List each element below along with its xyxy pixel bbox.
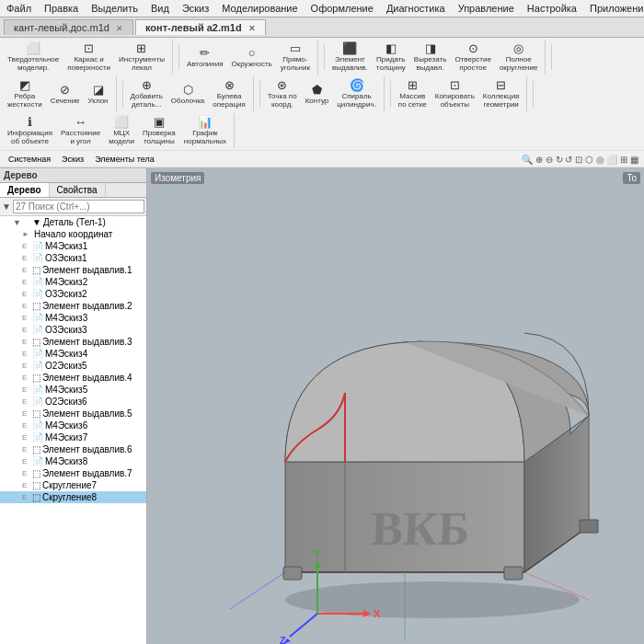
- tree-item[interactable]: E📄М4Эскиз5: [0, 384, 146, 396]
- draft-btn[interactable]: ◪ Уклон: [85, 81, 112, 108]
- grid-pattern-icon: ⊞: [408, 79, 418, 91]
- solid-modeling-btn[interactable]: ⬜ Твердотельноемоделир.: [4, 40, 63, 75]
- panel-tab-props[interactable]: Свойства: [50, 183, 106, 197]
- toolbar-group-ops: ◩ Ребражесткости ⊘ Сечение ◪ Уклон: [4, 76, 117, 111]
- tree-item[interactable]: E⬚Элемент выдавлив.4: [0, 372, 146, 384]
- boolean-icon: ⊗: [224, 79, 235, 91]
- shell-btn[interactable]: ⬡ Оболочка: [167, 81, 208, 108]
- tree-item[interactable]: E📄О2Эскиз6: [0, 396, 146, 408]
- tree-item[interactable]: E⬚Элемент выдавлив.6: [0, 443, 146, 455]
- contour-btn[interactable]: ⬟ Контур: [302, 81, 333, 108]
- draft-icon: ◪: [93, 84, 104, 96]
- view-body-btn[interactable]: Элементы тела: [90, 153, 159, 166]
- tree-item[interactable]: E⬚Скругление7: [0, 479, 146, 491]
- tab-2[interactable]: конт-левый а2.m1d ✕: [135, 19, 266, 35]
- toolbar-group-info: ℹ Информацияоб объекте ↔ Расстояниеи уго…: [4, 113, 235, 148]
- autoline-btn[interactable]: ✏ Автолиния: [183, 44, 227, 71]
- tree-item[interactable]: E📄М4Эскиз4: [0, 348, 146, 360]
- tree-item[interactable]: E⬚Скругление8: [0, 491, 146, 503]
- sep-2: [324, 44, 325, 70]
- menu-view[interactable]: Вид: [148, 2, 172, 15]
- menu-sketch[interactable]: Эскиз: [179, 2, 212, 15]
- toolbar-row-2: Системная Эскиз Элементы тела 🔍 ⊕ ⊖ ↻ ↺ …: [0, 151, 644, 167]
- tools-icon: ⊞: [136, 42, 146, 54]
- fillet-icon: ◎: [513, 42, 523, 54]
- menu-settings[interactable]: Настройка: [524, 2, 580, 15]
- menu-format[interactable]: Оформление: [308, 2, 376, 15]
- tree-item[interactable]: E⬚Элемент выдавлив.1: [0, 264, 146, 276]
- toolbar-group-pattern: ⊞ Массивпо сетке ⊡ Копироватьобъекты ⊟ К…: [395, 76, 528, 111]
- svg-line-9: [290, 614, 317, 637]
- tree-item[interactable]: E📄М4Эскиз1: [0, 240, 146, 252]
- copy-obj-icon: ⊡: [450, 79, 460, 91]
- 3d-viewport[interactable]: Изометрия To: [147, 168, 644, 644]
- tree-item[interactable]: E⬚Элемент выдавлив.3: [0, 336, 146, 348]
- tab-1[interactable]: кант-левый.дос.m1d ✕: [4, 19, 133, 35]
- tree-item[interactable]: E📄О2Эскиз5: [0, 360, 146, 372]
- cut-extrude-icon: ◨: [425, 42, 436, 54]
- tree-item[interactable]: E📄М4Эскиз3: [0, 312, 146, 324]
- rib-btn[interactable]: ◩ Ребражесткости: [4, 76, 46, 111]
- obj-info-icon: ℹ: [28, 116, 32, 128]
- mini-toolbar: 🔍 ⊕ ⊖ ↻ ↺ ⊡ ⬡ ◎ ⬜ ⊞ ▦: [522, 155, 638, 165]
- obj-info-btn[interactable]: ℹ Информацияоб объекте: [4, 113, 56, 148]
- view-sketch-btn[interactable]: Эскиз: [57, 153, 88, 166]
- menu-select[interactable]: Выделить: [88, 2, 141, 15]
- collec-geo-btn[interactable]: ⊟ Коллекциягеометрии: [479, 76, 523, 111]
- svg-rect-1: [283, 567, 302, 580]
- distance-btn[interactable]: ↔ Расстояниеи угол: [57, 113, 104, 148]
- tree-item[interactable]: E📄О3Эскиз1: [0, 252, 146, 264]
- menu-control[interactable]: Управление: [455, 2, 517, 15]
- tab-2-close[interactable]: ✕: [248, 24, 256, 33]
- tree-item[interactable]: E⬚Элемент выдавлив.7: [0, 467, 146, 479]
- toolbar-group-workbench: ⬜ Твердотельноемоделир. ⊡ Каркас иповерх…: [4, 40, 173, 75]
- menu-diagnostics[interactable]: Диагностика: [384, 2, 448, 15]
- boolean-btn[interactable]: ⊗ Булеваоперация: [209, 76, 249, 111]
- cut-extrude-btn[interactable]: ◨ Вырезатьвыдавл.: [410, 40, 451, 75]
- hole-btn[interactable]: ⊙ Отверстиепростое: [451, 40, 495, 75]
- menu-file[interactable]: Файл: [4, 2, 34, 15]
- tools-btn[interactable]: ⊞ Инструментылекал: [115, 40, 168, 75]
- search-input[interactable]: [13, 200, 144, 213]
- autoline-icon: ✏: [200, 47, 210, 59]
- grid-pattern-btn[interactable]: ⊞ Массивпо сетке: [395, 76, 431, 111]
- filter-icon: ▼: [2, 201, 11, 212]
- tree-item[interactable]: ►Начало координат: [0, 228, 146, 240]
- tree-item[interactable]: E📄М4Эскиз6: [0, 420, 146, 431]
- surface-modeling-btn[interactable]: ⊡ Каркас иповерхности: [63, 40, 114, 75]
- viewport-label: Изометрия: [151, 172, 204, 184]
- distance-icon: ↔: [75, 116, 86, 128]
- panel-tab-tree[interactable]: Дерево: [0, 183, 50, 197]
- check-normal-btn[interactable]: 📊 Графикнормальных: [180, 113, 230, 148]
- add-part-btn[interactable]: ⊕ Добавитьдеталь...: [127, 76, 167, 111]
- spiral-btn[interactable]: 🌀 Спиральцилиндрич.: [333, 76, 380, 111]
- menu-apps[interactable]: Приложения: [587, 2, 644, 15]
- tree-item[interactable]: ▼▼Деталь (Тел-1): [0, 216, 146, 228]
- toolbar-group-analysis: ⊛ Точка покоорд. ⬟ Контур 🌀 Спиральцилин…: [264, 76, 385, 111]
- tree-item[interactable]: E⬚Элемент выдавлив.2: [0, 300, 146, 312]
- collec-geo-icon: ⊟: [496, 79, 506, 91]
- tree-item[interactable]: E📄О3Эскиз2: [0, 288, 146, 300]
- point-coords-btn[interactable]: ⊛ Точка покоорд.: [264, 76, 301, 111]
- toolbar-group-sketch: ✏ Автолиния ○ Окружность ▭ Прямо-угольни…: [183, 40, 318, 75]
- fillet-btn[interactable]: ◎ Полноеокругление: [496, 40, 542, 75]
- menu-edit[interactable]: Правка: [41, 2, 81, 15]
- tree-item[interactable]: E📄М4Эскиз8: [0, 455, 146, 467]
- view-system-btn[interactable]: Системная: [4, 153, 55, 166]
- tree-item[interactable]: E📄О3Эскиз3: [0, 324, 146, 336]
- section-btn[interactable]: ⊘ Сечение: [47, 81, 84, 108]
- tree-item[interactable]: E📄М4Эскиз2: [0, 276, 146, 288]
- thicken-btn[interactable]: ◧ Придатьтолщину: [373, 40, 409, 75]
- toolbar: ⬜ Твердотельноемоделир. ⊡ Каркас иповерх…: [0, 38, 644, 168]
- copy-obj-btn[interactable]: ⊡ Копироватьобъекты: [431, 76, 478, 111]
- menu-modeling[interactable]: Моделирование: [219, 2, 300, 15]
- circle-btn[interactable]: ○ Окружность: [228, 44, 276, 71]
- viewport-label2: To: [623, 172, 640, 184]
- check-thick-btn[interactable]: ▣ Проверкатолщины: [139, 113, 179, 148]
- rect-btn[interactable]: ▭ Прямо-угольник: [277, 40, 314, 75]
- tree-item[interactable]: E📄М4Эскиз7: [0, 431, 146, 443]
- extrude-btn[interactable]: ⬛ Элементвыдавлив.: [328, 40, 372, 75]
- tab-1-close[interactable]: ✕: [116, 24, 123, 33]
- mch-btn[interactable]: ⬜ МЦХмодели: [105, 113, 138, 148]
- tree-item[interactable]: E⬚Элемент выдавлив.5: [0, 408, 146, 420]
